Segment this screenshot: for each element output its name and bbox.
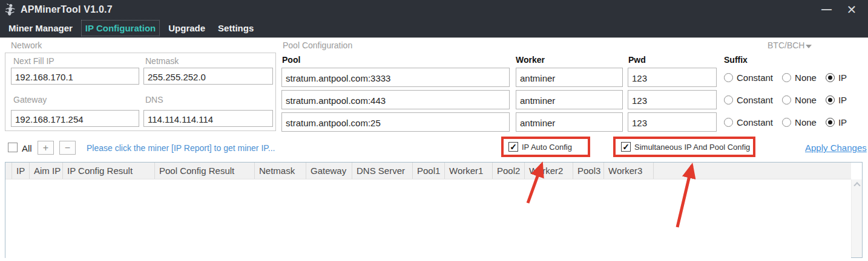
pool3-worker-input[interactable] xyxy=(516,112,623,132)
radio-label: IP xyxy=(838,72,847,83)
pool3-url-input[interactable] xyxy=(281,112,510,132)
add-row-button[interactable]: + xyxy=(38,141,54,155)
column-header-dns-server[interactable]: DNS Server xyxy=(352,163,413,179)
pool2-suffix-constant-radio[interactable]: Constant xyxy=(724,95,773,105)
plus-icon: + xyxy=(43,143,48,153)
coin-selector-value: BTC/BCH xyxy=(768,40,804,50)
dns-label: DNS xyxy=(145,95,163,105)
radio-icon xyxy=(782,118,791,127)
pool2-url-input[interactable] xyxy=(281,90,510,109)
radio-label: None xyxy=(795,95,817,105)
ant-logo-icon xyxy=(4,3,16,16)
table-scrollbar[interactable] xyxy=(851,179,862,257)
column-header-aim-ip[interactable]: Aim IP xyxy=(30,163,63,179)
radio-selected-icon xyxy=(826,118,835,127)
pool1-suffix-ip-radio[interactable]: IP xyxy=(826,72,847,83)
dns-input[interactable] xyxy=(143,110,273,127)
radio-selected-icon xyxy=(826,95,835,105)
window-title: APMinerTool V1.0.7 xyxy=(21,4,113,15)
select-all-label: All xyxy=(22,143,32,153)
column-header-pool2[interactable]: Pool2 xyxy=(493,163,525,179)
title-bar: APMinerTool V1.0.7 — ✕ xyxy=(0,0,868,19)
pool3-suffix-none-radio[interactable]: None xyxy=(782,117,817,127)
miner-table: IP Aim IP IP Config Result Pool Config R… xyxy=(5,162,863,258)
column-header-pool3[interactable]: Pool3 xyxy=(573,163,604,179)
column-header-worker1[interactable]: Worker1 xyxy=(445,163,493,179)
menu-bar: Miner Manager IP Configuration Upgrade S… xyxy=(0,19,868,38)
minimize-icon: — xyxy=(821,4,831,16)
pool2-suffix-none-radio[interactable]: None xyxy=(782,95,817,105)
close-icon: ✕ xyxy=(847,2,857,17)
pwd-column-header: Pwd xyxy=(628,55,646,65)
radio-label: Constant xyxy=(737,72,773,83)
ip-auto-config-checkbox[interactable] xyxy=(508,142,518,152)
miner-table-header: IP Aim IP IP Config Result Pool Config R… xyxy=(5,163,851,179)
simultaneous-config-annotation-box: Simultaneous IP And Pool Config xyxy=(613,137,755,157)
menu-item-settings[interactable]: Settings xyxy=(214,20,258,36)
pool1-worker-input[interactable] xyxy=(516,68,623,87)
network-section-label: Network xyxy=(11,40,42,50)
pool1-suffix-none-radio[interactable]: None xyxy=(782,72,817,83)
radio-label: IP xyxy=(838,95,847,105)
pool3-suffix-radios: Constant None IP xyxy=(724,117,847,127)
column-header-gateway[interactable]: Gateway xyxy=(306,163,352,179)
close-button[interactable]: ✕ xyxy=(839,0,864,19)
ip-auto-config-label: IP Auto Config xyxy=(522,143,572,152)
column-header-netmask[interactable]: Netmask xyxy=(255,163,306,179)
radio-icon xyxy=(724,95,733,105)
ip-auto-config-annotation-box: IP Auto Config xyxy=(501,137,590,157)
minus-icon: − xyxy=(65,143,70,153)
pool2-suffix-radios: Constant None IP xyxy=(724,94,847,105)
pool-config-section-label: Pool Configuration xyxy=(283,40,352,50)
miner-table-body-empty xyxy=(5,179,851,258)
radio-label: None xyxy=(795,117,817,127)
gateway-label: Gateway xyxy=(13,95,47,105)
next-fill-ip-input[interactable] xyxy=(11,68,139,85)
column-header-worker2[interactable]: Worker2 xyxy=(525,163,573,179)
select-all-checkbox[interactable] xyxy=(8,143,18,152)
table-header-filler xyxy=(654,163,851,179)
radio-icon xyxy=(724,73,733,82)
pool1-pwd-input[interactable] xyxy=(628,68,717,87)
radio-label: Constant xyxy=(737,117,773,127)
pool-column-header: Pool xyxy=(282,55,300,65)
menu-item-ip-configuration[interactable]: IP Configuration xyxy=(81,20,160,36)
pool2-worker-input[interactable] xyxy=(516,90,623,109)
table-header-spacer xyxy=(5,163,12,179)
scroll-up-icon[interactable] xyxy=(853,182,860,188)
column-header-ip[interactable]: IP xyxy=(12,163,30,179)
pool3-pwd-input[interactable] xyxy=(628,112,717,132)
coin-selector-dropdown[interactable]: BTC/BCH xyxy=(768,40,812,50)
menu-item-upgrade[interactable]: Upgrade xyxy=(164,20,209,36)
column-header-ip-config-result[interactable]: IP Config Result xyxy=(63,163,155,179)
pool1-suffix-constant-radio[interactable]: Constant xyxy=(724,72,773,83)
minimize-button[interactable]: — xyxy=(814,0,839,19)
column-header-worker3[interactable]: Worker3 xyxy=(604,163,654,179)
pool1-url-input[interactable] xyxy=(281,68,510,87)
radio-icon xyxy=(724,118,733,127)
worker-column-header: Worker xyxy=(516,55,545,65)
apply-changes-link[interactable]: Apply Changes xyxy=(805,143,867,153)
menu-item-miner-manager[interactable]: Miner Manager xyxy=(4,20,77,36)
netmask-label: Netmask xyxy=(145,56,179,66)
pool2-suffix-ip-radio[interactable]: IP xyxy=(826,95,847,105)
radio-label: None xyxy=(795,72,817,83)
pool3-suffix-constant-radio[interactable]: Constant xyxy=(724,117,773,127)
radio-selected-icon xyxy=(826,73,835,82)
pool3-suffix-ip-radio[interactable]: IP xyxy=(826,117,847,127)
radio-label: Constant xyxy=(737,95,773,105)
suffix-column-header: Suffix xyxy=(724,55,748,65)
radio-icon xyxy=(782,73,791,82)
window-controls: — ✕ xyxy=(814,0,864,19)
next-fill-ip-label: Next Fill IP xyxy=(13,56,54,66)
radio-label: IP xyxy=(838,117,847,127)
netmask-input[interactable] xyxy=(143,68,273,85)
simultaneous-config-checkbox[interactable] xyxy=(621,142,631,152)
remove-row-button[interactable]: − xyxy=(59,141,76,155)
column-header-pool-config-result[interactable]: Pool Config Result xyxy=(155,163,255,179)
ip-report-hint: Please click the miner [IP Report] to ge… xyxy=(87,143,275,153)
gateway-input[interactable] xyxy=(11,110,139,127)
radio-icon xyxy=(782,95,791,105)
column-header-pool1[interactable]: Pool1 xyxy=(413,163,445,179)
pool2-pwd-input[interactable] xyxy=(628,90,717,109)
